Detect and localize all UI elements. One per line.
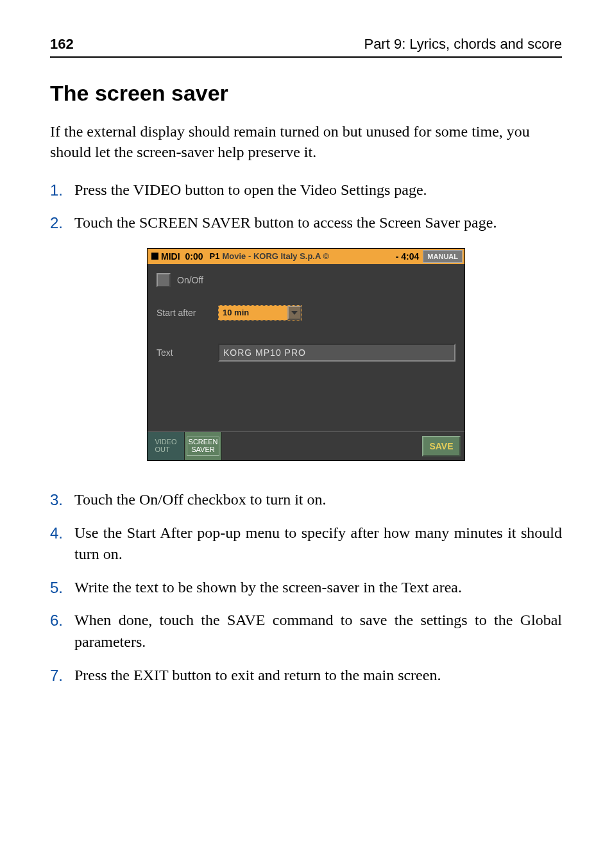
step-text: Press the EXIT button to exit and return… [74, 665, 562, 687]
list-item: 6.When done, touch the SAVE command to s… [50, 610, 562, 653]
embedded-screenshot: MIDI 0:00 P1 Movie - KORG Italy S.p.A © … [50, 248, 562, 461]
steps-list-a: 1.Press the VIDEO button to open the Vid… [50, 179, 562, 234]
list-item: 5.Write the text to be shown by the scre… [50, 577, 562, 599]
list-item: 4.Use the Start After pop-up menu to spe… [50, 522, 562, 565]
intro-paragraph: If the external display should remain tu… [50, 121, 562, 163]
tab-video-out[interactable]: VIDEO OUT [148, 432, 185, 460]
page-header: 162 Part 9: Lyrics, chords and score [50, 36, 562, 58]
step-text: Use the Start After pop-up menu to speci… [74, 522, 562, 565]
stop-icon [151, 253, 158, 260]
step-number: 5. [50, 577, 74, 599]
step-number: 3. [50, 489, 74, 511]
page-number: 162 [50, 36, 74, 53]
start-after-select[interactable]: 10 min [218, 305, 302, 321]
track-title: P1 Movie - KORG Italy S.p.A © [206, 249, 393, 264]
chevron-down-icon[interactable] [287, 306, 302, 320]
onoff-label: On/Off [177, 275, 203, 285]
list-item: 2.Touch the SCREEN SAVER button to acces… [50, 212, 562, 234]
bottom-spacer [222, 432, 422, 460]
step-text: When done, touch the SAVE command to sav… [74, 610, 562, 653]
screensaver-text-input[interactable]: KORG MP10 PRO [218, 344, 455, 362]
step-number: 6. [50, 610, 74, 653]
screenshot-titlebar: MIDI 0:00 P1 Movie - KORG Italy S.p.A © … [148, 249, 464, 264]
step-text: Touch the SCREEN SAVER button to access … [74, 212, 562, 234]
step-text: Write the text to be shown by the screen… [74, 577, 562, 599]
part-title: Part 9: Lyrics, chords and score [364, 36, 562, 53]
list-item: 1.Press the VIDEO button to open the Vid… [50, 179, 562, 201]
start-after-label: Start after [157, 308, 218, 318]
save-button[interactable]: SAVE [422, 436, 461, 456]
tab-screen-saver[interactable]: SCREEN SAVER [185, 432, 222, 460]
time-left: 0:00 [183, 251, 203, 262]
step-number: 2. [50, 212, 74, 234]
manual-button[interactable]: MANUAL [423, 250, 463, 263]
step-number: 7. [50, 665, 74, 687]
steps-list-b: 3.Touch the On/Off checkbox to turn it o… [50, 489, 562, 686]
time-right: - 4:04 [393, 249, 422, 264]
step-number: 1. [50, 179, 74, 201]
step-text: Press the VIDEO button to open the Video… [74, 179, 562, 201]
list-item: 7.Press the EXIT button to exit and retu… [50, 665, 562, 687]
start-after-value: 10 min [219, 308, 287, 317]
section-title: The screen saver [50, 81, 562, 106]
midi-label: MIDI [161, 251, 180, 262]
onoff-checkbox[interactable] [157, 273, 171, 287]
list-item: 3.Touch the On/Off checkbox to turn it o… [50, 489, 562, 511]
text-field-label: Text [157, 347, 218, 358]
step-number: 4. [50, 522, 74, 565]
step-text: Touch the On/Off checkbox to turn it on. [74, 489, 562, 511]
